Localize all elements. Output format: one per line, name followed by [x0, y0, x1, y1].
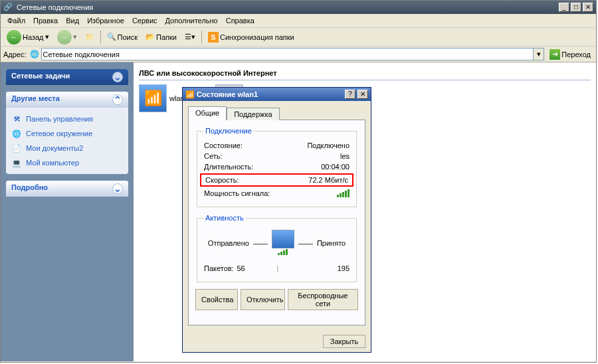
address-input[interactable]	[41, 48, 534, 60]
row-duration: Длительность:00:04:00	[204, 161, 349, 172]
separator	[201, 31, 202, 44]
section-title: ЛВС или высокоскоростной Интернет	[139, 66, 591, 80]
place-label: Сетевое окружение	[26, 130, 92, 137]
menubar: Файл Правка Вид Избранное Сервис Дополни…	[1, 14, 596, 28]
chevron-down-icon: ▾	[73, 33, 77, 41]
activity-visual: Отправлено —— —— Принято	[204, 230, 349, 256]
toolbar: ← Назад ▾ → ▾ 📁 🔍 Поиск 📂 Папки ☰▾ S Син…	[1, 28, 596, 46]
up-button[interactable]: 📁	[82, 31, 98, 43]
menu-favorites[interactable]: Избранное	[83, 15, 128, 26]
places-body: 🛠Панель управления 🌐Сетевое окружение 📄М…	[6, 108, 128, 174]
computer-icon: 💻	[11, 157, 22, 168]
folders-button[interactable]: 📂 Папки	[142, 31, 180, 43]
address-dropdown[interactable]: ▾	[534, 48, 544, 60]
folders-icon: 📂	[146, 33, 155, 41]
wireless-icon: 📶	[139, 84, 167, 112]
network-places-icon: 🔗	[3, 3, 13, 12]
go-icon: ➔	[549, 49, 560, 60]
wireless-button[interactable]: Беспроводные сети	[288, 289, 358, 310]
properties-button[interactable]: Свойства	[195, 289, 238, 310]
signal-label: Мощность сигнала:	[204, 189, 270, 197]
dialog-close-button[interactable]: ✕	[357, 90, 368, 99]
chevron-down-icon: ⌄	[112, 183, 123, 194]
divider: |	[277, 264, 279, 272]
back-button[interactable]: ← Назад ▾	[3, 28, 52, 46]
place-label: Мои документы2	[26, 144, 83, 152]
state-label: Состояние:	[204, 141, 243, 149]
duration-value: 00:04:00	[321, 163, 349, 171]
control-panel-icon: 🛠	[11, 114, 22, 124]
details-box: Подробно ⌄	[6, 181, 128, 197]
details-header[interactable]: Подробно ⌄	[6, 181, 128, 197]
go-button[interactable]: ➔ Переход	[547, 48, 593, 61]
views-button[interactable]: ☰▾	[181, 31, 199, 43]
menu-help[interactable]: Справка	[222, 15, 258, 26]
menu-tools[interactable]: Сервис	[128, 15, 161, 26]
minimize-button[interactable]: _	[559, 3, 569, 12]
state-value: Подключено	[307, 141, 349, 149]
place-control-panel[interactable]: 🛠Панель управления	[11, 112, 123, 126]
maximize-button[interactable]: □	[571, 3, 581, 12]
signal-icon: 📶	[185, 90, 195, 99]
row-packets: Пакетов: 56 | 195	[204, 263, 349, 274]
activity-icon	[272, 230, 294, 256]
tasks-header[interactable]: Сетевые задачи ⌄	[6, 69, 128, 85]
recv-label: Принято	[317, 239, 346, 247]
details-title: Подробно	[11, 183, 48, 194]
menu-advanced[interactable]: Дополнительно	[161, 15, 222, 26]
back-icon: ←	[7, 30, 21, 45]
tab-general[interactable]: Общие	[188, 106, 227, 120]
sync-label: Синхронизация папки	[220, 33, 294, 41]
places-header[interactable]: Другие места ⌃	[6, 92, 128, 108]
disable-button[interactable]: Отключить	[241, 289, 285, 310]
folders-label: Папки	[156, 33, 177, 41]
activity-group: Активность Отправлено —— —— Принято Паке…	[197, 214, 357, 282]
dash-icon: ——	[253, 239, 268, 247]
tabs: Общие Поддержка	[188, 106, 365, 120]
speed-label: Скорость:	[205, 176, 239, 184]
place-documents[interactable]: 📄Мои документы2	[11, 141, 123, 155]
row-speed: Скорость:72.2 Мбит/с	[200, 173, 353, 187]
sync-button[interactable]: S Синхронизация папки	[205, 30, 298, 45]
tasks-title: Сетевые задачи	[11, 72, 70, 82]
search-icon: 🔍	[107, 33, 116, 41]
help-button[interactable]: ?	[345, 90, 355, 99]
chevron-up-icon: ⌃	[112, 94, 123, 105]
forward-button[interactable]: → ▾	[54, 28, 80, 46]
duration-label: Длительность:	[204, 163, 253, 171]
network-value: les	[340, 152, 349, 160]
address-bar: Адрес: 🌐 ▾ ➔ Переход	[1, 46, 596, 62]
go-label: Переход	[561, 50, 591, 58]
menu-view[interactable]: Вид	[62, 15, 83, 26]
separator	[100, 31, 101, 44]
tab-support[interactable]: Поддержка	[227, 108, 279, 120]
network-icon: 🌐	[11, 128, 22, 139]
place-network[interactable]: 🌐Сетевое окружение	[11, 126, 123, 141]
close-button[interactable]: Закрыть	[323, 335, 365, 348]
search-button[interactable]: 🔍 Поиск	[104, 31, 141, 43]
connection-wlan1[interactable]: 📶 wlan1	[139, 84, 189, 112]
tab-pane: Подключение Состояние:Подключено Сеть:le…	[188, 120, 365, 325]
chevron-down-icon: ▾	[45, 33, 49, 41]
row-signal: Мощность сигнала:	[204, 188, 349, 199]
address-label: Адрес:	[3, 50, 27, 58]
titlebar: 🔗 Сетевые подключения _ □ ✕	[1, 1, 596, 14]
close-button[interactable]: ✕	[583, 3, 593, 12]
packets-sent: 56	[237, 264, 245, 272]
activity-legend: Активность	[204, 214, 245, 222]
packets-label: Пакетов:	[204, 264, 234, 272]
menu-edit[interactable]: Правка	[29, 15, 62, 26]
chevron-down-icon: ⌄	[112, 72, 123, 82]
sync-icon: S	[208, 32, 219, 43]
dialog-body: Общие Поддержка Подключение Состояние:По…	[183, 101, 371, 331]
place-computer[interactable]: 💻Мой компьютер	[11, 155, 123, 170]
forward-icon: →	[57, 30, 72, 45]
menu-file[interactable]: Файл	[3, 15, 29, 26]
signal-bars-icon	[337, 189, 349, 197]
dialog-title: Состояние wlan1	[197, 90, 343, 98]
button-row: Свойства Отключить Беспроводные сети	[195, 289, 358, 310]
connection-legend: Подключение	[204, 127, 253, 135]
connection-group: Подключение Состояние:Подключено Сеть:le…	[197, 127, 357, 207]
window-controls: _ □ ✕	[559, 3, 593, 12]
side-panel: Сетевые задачи ⌄ Другие места ⌃ 🛠Панель …	[1, 62, 134, 361]
